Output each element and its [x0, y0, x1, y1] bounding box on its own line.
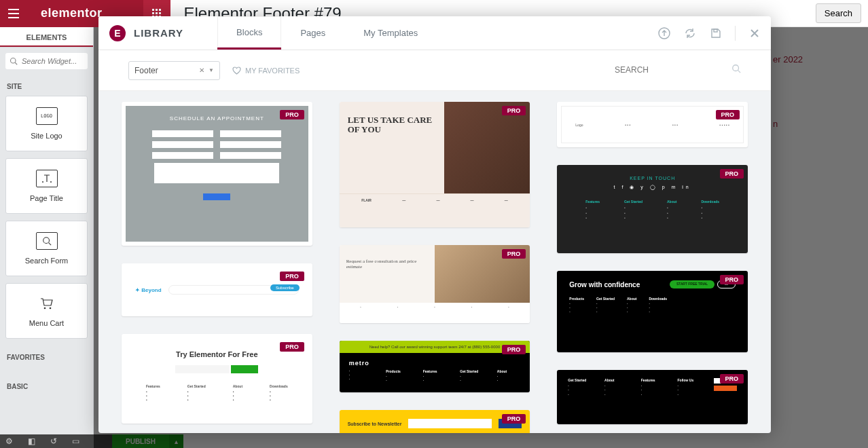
- pro-badge: PRO: [720, 374, 744, 384]
- template-card[interactable]: PRO SCHEDULE AN APPOINTMENT: [122, 102, 312, 246]
- elementor-logo-icon: E: [109, 25, 126, 41]
- svg-rect-1: [156, 9, 158, 11]
- pro-badge: PRO: [502, 414, 526, 424]
- modal-toolbar: Footer ✕ ▼ MY FAVORITES: [98, 50, 771, 91]
- my-favorites-toggle[interactable]: MY FAVORITES: [232, 67, 300, 75]
- category-select[interactable]: Footer ✕ ▼: [128, 61, 220, 80]
- clear-category-icon[interactable]: ✕: [199, 67, 204, 74]
- tab-my-templates[interactable]: My Templates: [344, 16, 437, 50]
- close-icon[interactable]: [748, 26, 761, 40]
- template-thumbnail: LET US TAKE CARE OF YOU: [340, 102, 530, 193]
- elementor-menu-burger[interactable]: [0, 0, 27, 27]
- template-thumbnail: Get Started••• About••• Features••• Foll…: [557, 370, 748, 424]
- category-basic: BASIC: [0, 367, 93, 396]
- save-icon[interactable]: [709, 26, 723, 40]
- tab-pages[interactable]: Pages: [281, 16, 344, 50]
- svg-rect-16: [714, 29, 717, 32]
- widget-search-form[interactable]: Search Form: [5, 221, 88, 276]
- svg-point-12: [43, 238, 49, 244]
- import-icon[interactable]: [657, 26, 671, 40]
- pro-badge: PRO: [280, 342, 304, 352]
- responsive-icon[interactable]: ▭: [72, 436, 79, 446]
- category-favorites: FAVORITES: [0, 346, 93, 367]
- svg-rect-2: [159, 9, 161, 11]
- pro-badge: PRO: [502, 345, 526, 354]
- svg-point-13: [43, 307, 46, 310]
- pro-badge: PRO: [720, 275, 744, 284]
- cart-icon: [36, 295, 58, 312]
- template-card[interactable]: PRO Logo• • •• • •▪ ▪ ▪ ▪ ▪: [557, 102, 748, 147]
- heart-icon: [232, 67, 241, 75]
- title-icon: [36, 170, 58, 187]
- category-value: Footer: [134, 66, 158, 75]
- widget-label: Search Form: [25, 257, 69, 265]
- template-card[interactable]: PRO LET US TAKE CARE OF YOU FLAIR ————: [340, 102, 530, 227]
- template-card[interactable]: PRO ✦ Beyond Subscribe: [122, 263, 312, 316]
- widget-label: Site Logo: [31, 132, 62, 140]
- template-thumbnail: KEEP IN TOUCH t f ◉ y ◯ p m in Features•…: [557, 165, 748, 253]
- library-search-input[interactable]: [612, 62, 741, 78]
- svg-point-10: [42, 181, 43, 183]
- pro-badge: PRO: [280, 272, 304, 281]
- template-card[interactable]: PRO Need help? Call our award winning su…: [340, 341, 530, 392]
- svg-rect-3: [152, 12, 154, 14]
- settings-icon[interactable]: ⚙: [5, 436, 13, 446]
- template-thumbnail: SCHEDULE AN APPOINTMENT: [126, 106, 308, 242]
- svg-point-17: [733, 65, 739, 71]
- widget-label: Page Title: [30, 194, 63, 202]
- search-icon: [10, 57, 18, 65]
- library-modal: E LIBRARY Blocks Pages My Templates Foot…: [98, 16, 771, 433]
- widget-label: Menu Cart: [29, 319, 64, 327]
- pro-badge: PRO: [720, 169, 744, 179]
- sync-icon[interactable]: [683, 26, 697, 40]
- modal-title: LIBRARY: [134, 27, 183, 39]
- svg-rect-4: [156, 12, 158, 14]
- pro-badge: PRO: [280, 110, 304, 119]
- svg-point-9: [11, 58, 16, 64]
- modal-header: E LIBRARY Blocks Pages My Templates: [98, 16, 771, 50]
- history-icon[interactable]: ↺: [50, 436, 57, 446]
- search-form-icon: [36, 232, 58, 250]
- template-card[interactable]: PRO Request a free consultation and pric…: [340, 245, 530, 323]
- pro-badge: PRO: [716, 110, 740, 119]
- pro-badge: PRO: [502, 249, 526, 259]
- svg-rect-0: [152, 9, 154, 11]
- template-card[interactable]: PRO Subscribe to Newsletter: [340, 410, 530, 433]
- logo-icon: LOGO: [36, 107, 58, 125]
- chevron-down-icon: ▼: [209, 67, 214, 73]
- widget-search[interactable]: [5, 53, 88, 69]
- my-favorites-label: MY FAVORITES: [245, 67, 300, 75]
- category-site: SITE: [0, 75, 93, 96]
- widget-site-logo[interactable]: LOGO Site Logo: [5, 96, 88, 151]
- elements-tab[interactable]: ELEMENTS: [0, 27, 93, 47]
- template-card[interactable]: PRO Grow with confidence START FREE TRIA…: [557, 271, 748, 352]
- pro-badge: PRO: [502, 106, 526, 115]
- svg-rect-5: [159, 12, 161, 14]
- svg-point-14: [49, 307, 51, 310]
- search-icon: [731, 64, 741, 73]
- library-search[interactable]: [612, 62, 741, 78]
- templates-grid[interactable]: PRO SCHEDULE AN APPOINTMENT PRO ✦ Beyond: [98, 91, 771, 433]
- template-thumbnail: Grow with confidence START FREE TRIAL — …: [557, 271, 748, 352]
- elementor-panel: ELEMENTS SITE LOGO Site Logo Page Title …: [0, 27, 94, 448]
- navigator-icon[interactable]: ◧: [28, 436, 35, 446]
- template-card[interactable]: PRO KEEP IN TOUCH t f ◉ y ◯ p m in Featu…: [557, 165, 748, 253]
- widget-page-title[interactable]: Page Title: [5, 158, 88, 214]
- template-card[interactable]: PRO Try Elementor For Free Features••• G…: [122, 334, 312, 424]
- wp-search-button[interactable]: Search: [816, 3, 861, 23]
- tab-blocks[interactable]: Blocks: [217, 16, 281, 50]
- widget-menu-cart[interactable]: Menu Cart: [5, 283, 88, 339]
- svg-point-11: [50, 181, 52, 183]
- template-card[interactable]: PRO Get Started••• About••• Features••• …: [557, 370, 748, 424]
- widget-search-input[interactable]: [5, 53, 88, 69]
